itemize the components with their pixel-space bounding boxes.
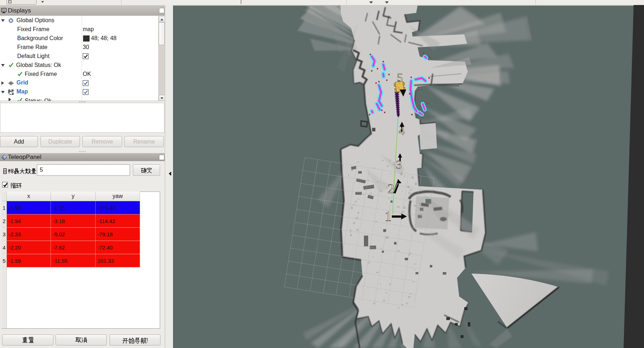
svg-text:5: 5 — [397, 71, 403, 84]
svg-text:2: 2 — [388, 182, 394, 196]
svg-text:3: 3 — [396, 158, 402, 171]
svg-text:1: 1 — [385, 209, 391, 224]
svg-text:4: 4 — [399, 124, 405, 137]
